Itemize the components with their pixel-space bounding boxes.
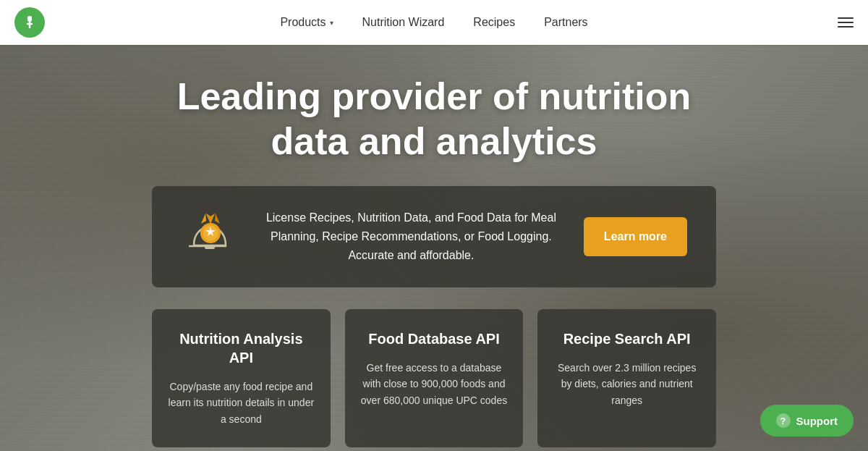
support-button[interactable]: ? Support	[760, 405, 854, 437]
award-icon-wrapper	[181, 208, 239, 266]
hamburger-line-1	[838, 17, 854, 19]
hero-section: Leading provider of nutrition data and a…	[0, 45, 868, 451]
cards-row: Nutrition Analysis API Copy/paste any fo…	[152, 309, 716, 447]
card-nutrition-analysis: Nutrition Analysis API Copy/paste any fo…	[152, 309, 331, 447]
nav-products[interactable]: Products ▾	[280, 16, 333, 29]
nav-nutrition-wizard[interactable]: Nutrition Wizard	[362, 16, 445, 29]
hamburger-menu[interactable]	[838, 17, 854, 28]
svg-rect-6	[205, 246, 215, 249]
card-food-database-desc: Get free access to a database with close…	[361, 360, 508, 408]
nav-partners[interactable]: Partners	[544, 16, 587, 29]
hero-title: Leading provider of nutrition data and a…	[163, 74, 705, 164]
feature-banner: License Recipes, Nutrition Data, and Foo…	[152, 186, 716, 287]
card-food-database: Food Database API Get free access to a d…	[345, 309, 524, 447]
navbar: Products ▾ Nutrition Wizard Recipes Part…	[0, 0, 868, 45]
award-medal-icon	[183, 208, 237, 266]
card-food-database-title: Food Database API	[361, 329, 508, 348]
feature-banner-text: License Recipes, Nutrition Data, and Foo…	[260, 208, 562, 264]
hamburger-line-2	[838, 22, 854, 23]
learn-more-button[interactable]: Learn more	[584, 217, 687, 256]
svg-rect-4	[29, 20, 30, 28]
card-nutrition-analysis-title: Nutrition Analysis API	[168, 329, 315, 367]
products-dropdown-arrow: ▾	[330, 19, 333, 27]
card-recipe-search-title: Recipe Search API	[553, 329, 700, 348]
navbar-links: Products ▾ Nutrition Wizard Recipes Part…	[280, 16, 587, 29]
logo-button[interactable]	[14, 7, 45, 38]
logo-icon	[21, 14, 38, 31]
hero-content: Leading provider of nutrition data and a…	[0, 45, 868, 447]
card-recipe-search-desc: Search over 2.3 million recipes by diets…	[553, 360, 700, 408]
support-icon: ?	[776, 413, 791, 428]
card-nutrition-analysis-desc: Copy/paste any food recipe and learn its…	[168, 379, 315, 427]
hamburger-line-3	[838, 26, 854, 28]
support-label: Support	[796, 415, 838, 427]
card-recipe-search: Recipe Search API Search over 2.3 millio…	[537, 309, 716, 447]
nav-recipes[interactable]: Recipes	[473, 16, 515, 29]
